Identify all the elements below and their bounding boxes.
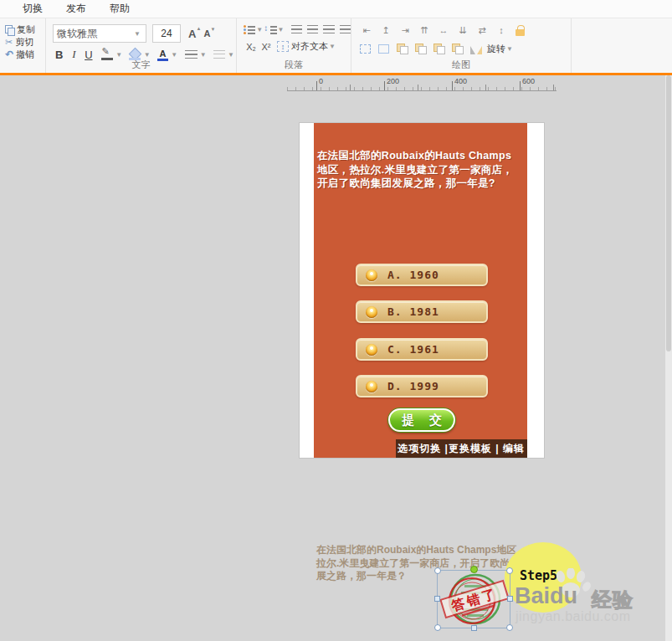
- flip-icon[interactable]: [470, 44, 482, 54]
- font-name-value: 微软雅黑: [57, 27, 133, 41]
- drawing-group: ⇤ ↥ ⇥ ⇈ ↔ ⇊ ⇄ ↕ 旋转 ▼ 绘图: [351, 18, 572, 73]
- undo-label: 撤销: [16, 49, 34, 61]
- ungroup-icon[interactable]: [415, 44, 427, 54]
- option-a-label: A. 1960: [387, 269, 439, 281]
- copy-icon: [5, 25, 14, 34]
- ruler-tick: [350, 85, 351, 90]
- align-objects-top-icon[interactable]: ↥: [379, 24, 392, 37]
- align-center-icon[interactable]: [307, 25, 318, 34]
- ruler-number: 400: [454, 77, 467, 85]
- option-b-button[interactable]: B. 1981: [356, 300, 488, 323]
- chevron-down-icon[interactable]: ▼: [228, 51, 234, 59]
- align-justify-icon[interactable]: [340, 25, 351, 34]
- align-text-button[interactable]: 对齐文本: [291, 40, 328, 53]
- align-left-icon[interactable]: [291, 25, 302, 34]
- submit-label: 提 交: [396, 413, 448, 428]
- chevron-down-icon[interactable]: ▼: [506, 45, 513, 53]
- grow-font-button[interactable]: A: [188, 28, 196, 40]
- resize-handle-e[interactable]: [507, 596, 513, 602]
- baidu-logo-text: Baidu: [515, 583, 577, 609]
- group-icon[interactable]: [397, 44, 408, 54]
- quiz-footer-links[interactable]: 选项切换 |更换模板 | 编辑: [396, 439, 527, 458]
- font-size-input[interactable]: 24: [152, 24, 181, 43]
- distribute-horizontal-icon[interactable]: ⇄: [475, 24, 489, 37]
- radio-icon: [366, 381, 377, 392]
- line-style-icon[interactable]: [185, 50, 197, 59]
- superscript-button[interactable]: X²: [259, 42, 274, 52]
- send-to-back-icon[interactable]: ⇊: [456, 24, 469, 37]
- copy-label: 复制: [17, 23, 35, 36]
- ruler-tick: [485, 85, 486, 90]
- ruler-tick: [520, 81, 521, 90]
- quiz-card: 在法国北部的Roubaix的Hauts Champs 地区，热拉尔.米里曳建立了…: [314, 123, 527, 458]
- chevron-down-icon[interactable]: ▼: [278, 26, 285, 33]
- order-icon[interactable]: [452, 44, 464, 54]
- resize-handle-w[interactable]: [434, 596, 440, 602]
- select-objects-icon[interactable]: [360, 44, 371, 54]
- undo-button[interactable]: ↶ 撤销: [5, 49, 45, 61]
- selection-frame-icon[interactable]: [378, 44, 389, 54]
- subscript-button[interactable]: X₂: [244, 42, 259, 52]
- resize-handle-s[interactable]: [471, 625, 477, 631]
- selected-stamp-object[interactable]: 答错了: [437, 570, 510, 628]
- chevron-down-icon[interactable]: ▼: [256, 26, 263, 33]
- vertical-scrollbar[interactable]: [665, 75, 672, 641]
- chevron-down-icon[interactable]: ▼: [144, 51, 151, 59]
- option-a-button[interactable]: A. 1960: [356, 264, 488, 286]
- submit-button[interactable]: 提 交: [388, 408, 455, 432]
- align-objects-right-icon[interactable]: ⇥: [398, 24, 412, 37]
- lock-icon[interactable]: [516, 29, 525, 36]
- rotate-button[interactable]: 旋转: [487, 43, 505, 55]
- option-b-label: B. 1981: [387, 305, 439, 318]
- text-direction-icon[interactable]: ↕: [277, 41, 289, 52]
- text-group-label: 文字: [46, 59, 236, 71]
- clipboard-group: 复制 ✂ 剪切 ↶ 撤销: [0, 18, 46, 73]
- quiz-question: 在法国北部的Roubaix的Hauts Champs 地区，热拉尔.米里曳建立了…: [317, 149, 526, 191]
- ruler-tick: [418, 85, 418, 90]
- resize-handle-ne[interactable]: [506, 567, 513, 574]
- distribute-vertical-icon[interactable]: ↕: [495, 24, 508, 37]
- dash-style-icon[interactable]: [213, 50, 226, 59]
- wrong-answer-stamp: 答错了: [439, 572, 510, 628]
- text-group: 微软雅黑 ▼ 24 A A B I U ▼ ▼ A▼ ▼ ▼ 文字: [46, 18, 237, 73]
- align-right-icon[interactable]: [323, 25, 334, 34]
- chevron-down-icon[interactable]: ▼: [200, 51, 207, 59]
- resize-handle-sw[interactable]: [434, 624, 441, 631]
- slide[interactable]: 在法国北部的Roubaix的Hauts Champs 地区，热拉尔.米里曳建立了…: [300, 123, 544, 458]
- menu-publish[interactable]: 发布: [66, 2, 86, 16]
- regroup-icon[interactable]: [433, 44, 445, 54]
- paragraph-group-label: 段落: [237, 59, 351, 71]
- option-d-button[interactable]: D. 1999: [356, 375, 488, 397]
- watermark-url: jingyan.baidu.com: [516, 609, 630, 624]
- font-name-select[interactable]: 微软雅黑 ▼: [53, 24, 146, 43]
- chevron-down-icon: ▼: [134, 30, 141, 38]
- rotate-handle[interactable]: [470, 566, 478, 573]
- ribbon-spacer: [572, 18, 672, 73]
- ribbon-toolbar: 复制 ✂ 剪切 ↶ 撤销 微软雅黑 ▼ 24 A A B I U ▼ ▼ A▼: [0, 18, 672, 73]
- radio-icon: [366, 344, 377, 356]
- align-objects-left-icon[interactable]: ⇤: [360, 24, 373, 37]
- shrink-font-button[interactable]: A: [203, 28, 210, 38]
- option-c-label: C. 1961: [387, 343, 439, 356]
- menu-bar: 切换 发布 帮助: [0, 0, 672, 18]
- scissors-icon: ✂: [5, 38, 13, 47]
- chevron-down-icon[interactable]: ▼: [171, 51, 177, 59]
- bring-to-front-icon[interactable]: ⇈: [418, 24, 431, 37]
- copy-button[interactable]: 复制: [5, 23, 45, 36]
- ruler-tick: [384, 81, 385, 90]
- radio-icon: [366, 306, 377, 318]
- center-horizontal-icon[interactable]: ↔: [437, 24, 450, 37]
- scrollbar-thumb[interactable]: [666, 75, 671, 351]
- cut-button[interactable]: ✂ 剪切: [5, 36, 45, 49]
- paragraph-group: ▼ ▼ X₂ X² ↕ 对齐文本 ▼ 段落: [237, 18, 351, 73]
- resize-handle-se[interactable]: [506, 624, 513, 631]
- option-c-button[interactable]: C. 1961: [356, 338, 488, 361]
- chevron-down-icon[interactable]: ▼: [115, 51, 122, 59]
- line-spacing-icon[interactable]: [264, 24, 276, 34]
- bullet-list-icon[interactable]: [244, 24, 255, 34]
- menu-switch[interactable]: 切换: [23, 2, 43, 16]
- ruler-number: 600: [522, 77, 535, 85]
- resize-handle-nw[interactable]: [434, 567, 441, 574]
- menu-help[interactable]: 帮助: [110, 2, 130, 16]
- chevron-down-icon[interactable]: ▼: [329, 43, 336, 50]
